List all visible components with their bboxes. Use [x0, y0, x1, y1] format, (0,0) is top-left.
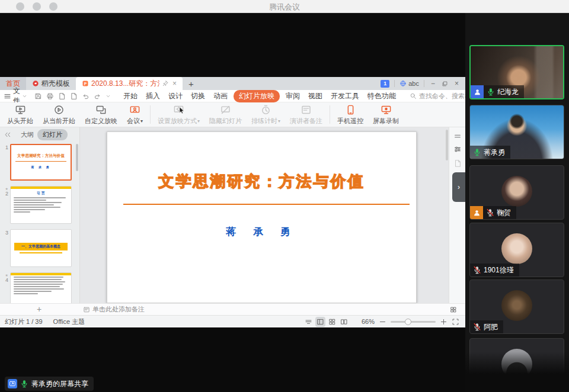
dropdown-caret-icon: ▾ — [278, 118, 280, 124]
expand-pane-tab[interactable]: › — [452, 172, 465, 202]
collapse-panel-icon[interactable] — [4, 131, 11, 139]
presentation-file-icon: P — [82, 80, 89, 87]
person-badge-icon — [473, 209, 481, 217]
tab-active-document[interactable]: P 2020.8.13...研究：方法与价值) × — [76, 77, 183, 90]
avatar — [501, 233, 532, 264]
notification-badge[interactable]: 1 — [381, 80, 389, 88]
meeting-stage: 首页 稻壳模板 P 2020.8.13...研究：方法与价值) × + 1 — [0, 13, 569, 392]
slide-thumbnail-2[interactable]: 引 言 — [10, 186, 72, 224]
minimize-window-icon[interactable]: − — [429, 80, 437, 88]
close-tab-icon[interactable]: × — [172, 79, 177, 88]
zoom-slider-thumb[interactable] — [405, 319, 411, 325]
pane-extra-icon[interactable] — [453, 159, 462, 168]
menu-tab-4[interactable]: 切换 — [187, 91, 209, 102]
menu-tab-7[interactable]: 审阅 — [282, 91, 304, 102]
mic-muted-icon — [473, 266, 481, 274]
notes-placeholder-area[interactable]: 单击此处添加备注 — [83, 305, 145, 314]
canvas-scrollbar[interactable] — [446, 130, 448, 160]
ribbon-separator — [330, 105, 330, 124]
undo-icon[interactable] — [82, 92, 89, 100]
slide-thumbnail-panel: 大纲 幻灯片 1文学思潮研究：方法与价值蒋 承 勇★2引 言3一、文学思潮的基本… — [0, 127, 80, 303]
reading-view-icon[interactable] — [340, 318, 348, 326]
ribbon-button-4[interactable]: 会议▾ — [122, 102, 148, 127]
ribbon-button-2[interactable]: 从当前开始 — [38, 102, 80, 127]
menu-tab-6[interactable]: 幻灯片放映 — [234, 90, 280, 102]
thumb-title: 文学思潮研究：方法与价值 — [13, 153, 69, 159]
close-window-icon[interactable]: × — [453, 80, 461, 88]
zoom-out-icon[interactable] — [379, 318, 386, 326]
ribbon-button-10[interactable]: 屏幕录制 — [368, 102, 404, 127]
panel-scrollbar[interactable] — [76, 144, 78, 171]
pane-list-icon[interactable] — [453, 132, 462, 140]
slide-author: 蒋 承 勇 — [107, 225, 416, 239]
tab-docer-templates[interactable]: 稻壳模板 — [26, 77, 76, 90]
more-commands-icon[interactable] — [106, 94, 111, 99]
new-tab-button[interactable]: + — [183, 77, 200, 90]
ribbon-button-9[interactable]: 手机遥控 — [333, 102, 368, 127]
participants-sidebar: 纪海龙蒋承勇鞠贺1901徐瑾阿肥 — [465, 13, 569, 392]
participant-name: 纪海龙 — [497, 87, 519, 97]
thumb-heading: 引 言 — [11, 191, 71, 196]
hide-slide-icon — [220, 104, 231, 115]
participant-tile-纪海龙[interactable]: 纪海龙 — [469, 45, 564, 99]
participant-tile-蒋承勇[interactable]: 蒋承勇 — [469, 105, 564, 159]
menu-tab-5[interactable]: 动画 — [209, 91, 232, 102]
save-icon[interactable] — [34, 92, 42, 100]
ribbon-button-6[interactable]: 隐藏幻灯片 — [204, 102, 247, 127]
restore-window-icon[interactable] — [442, 81, 448, 87]
ribbon-button-label: 隐藏幻灯片 — [209, 117, 242, 126]
ribbon-button-8[interactable]: 演讲者备注 — [285, 102, 327, 127]
avatar — [501, 290, 532, 321]
menu-tab-9[interactable]: 开发工具 — [327, 91, 363, 102]
slide-sorter-icon[interactable] — [328, 318, 336, 326]
globe-icon — [399, 80, 407, 87]
fit-slide-icon[interactable] — [452, 318, 459, 326]
input-language-chip[interactable]: abc — [399, 80, 419, 87]
member-role-badge-orange — [470, 206, 483, 219]
tab-document-title: 2020.8.13...研究：方法与价值) — [91, 79, 159, 89]
zoom-slider[interactable] — [391, 321, 436, 323]
pin-tab-icon[interactable] — [162, 80, 169, 87]
notes-icon — [83, 306, 90, 313]
participant-tile-阿肥[interactable]: 阿肥 — [469, 279, 564, 334]
print-preview-icon[interactable] — [58, 92, 66, 100]
current-slide[interactable]: 文学思潮研究：方法与价值 蒋 承 勇 — [107, 131, 417, 303]
slide-number: 1 — [0, 144, 10, 181]
slide-thumbnail-1[interactable]: 文学思潮研究：方法与价值蒋 承 勇 — [10, 144, 72, 181]
dropdown-caret-icon: ▾ — [140, 118, 143, 124]
add-slide-button[interactable]: + — [34, 304, 44, 314]
menu-tab-10[interactable]: 特色功能 — [363, 91, 400, 102]
slide-thumbnail-4[interactable] — [10, 272, 72, 303]
phone-icon — [345, 104, 356, 115]
participant-tile-1901徐瑾[interactable]: 1901徐瑾 — [469, 223, 564, 277]
chevron-down-icon — [22, 94, 27, 99]
name-plate: 蒋承勇 — [470, 146, 510, 159]
workspace-grid-icon[interactable] — [450, 306, 457, 313]
slide-divider-line — [123, 204, 410, 205]
redo-icon[interactable] — [94, 92, 101, 100]
notes-toggle-icon[interactable] — [305, 318, 312, 326]
ribbon-button-3[interactable]: 自定义放映 — [80, 102, 122, 127]
ribbon-button-7[interactable]: 排练计时▾ — [247, 102, 285, 127]
zoom-in-icon[interactable] — [440, 318, 447, 326]
status-bar: 幻灯片 1 / 39 Office 主题 66% — [0, 315, 465, 327]
notes-placeholder-text: 单击此处添加备注 — [92, 305, 145, 314]
normal-view-icon[interactable] — [317, 318, 324, 326]
slide-thumbnail-3[interactable]: 一、文学思潮的基本概念 — [10, 229, 72, 267]
zoom-level[interactable]: 66% — [362, 318, 375, 325]
menu-tab-2[interactable]: 插入 — [142, 91, 164, 102]
ribbon-button-1[interactable]: 从头开始 — [2, 102, 38, 127]
export-icon[interactable] — [70, 92, 78, 100]
menu-tab-3[interactable]: 设计 — [164, 91, 187, 102]
print-icon[interactable] — [46, 92, 54, 100]
participant-tile-partial[interactable] — [469, 338, 564, 392]
menu-tab-8[interactable]: 视图 — [304, 91, 327, 102]
slides-tab[interactable]: 幻灯片 — [37, 129, 68, 140]
outline-tab[interactable]: 大纲 — [21, 130, 34, 139]
wps-menu-bar: 文件 开始插入设计切换动画幻灯片放映审阅视图开发工具特色功能 查找命令、搜索模板 — [0, 90, 465, 102]
menu-tab-1[interactable]: 开始 — [119, 91, 142, 102]
participant-tile-鞠贺[interactable]: 鞠贺 — [469, 165, 564, 220]
screen-share-badge[interactable]: 蒋承勇的屏幕共享 — [5, 377, 94, 391]
docer-icon — [32, 80, 39, 87]
object-properties-icon[interactable] — [453, 145, 462, 153]
